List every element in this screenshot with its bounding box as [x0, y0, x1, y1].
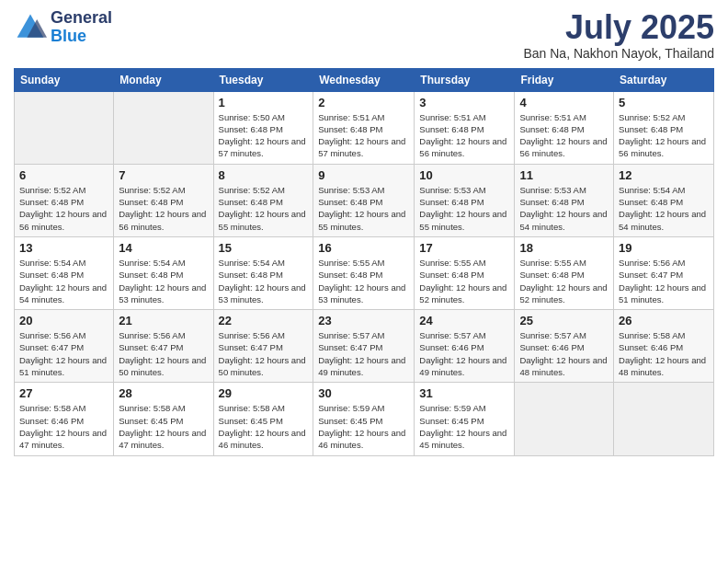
- day-number: 15: [219, 241, 309, 255]
- day-detail: Sunrise: 5:53 AM Sunset: 6:48 PM Dayligh…: [318, 184, 409, 233]
- calendar-cell: 26Sunrise: 5:58 AM Sunset: 6:46 PM Dayli…: [614, 310, 714, 383]
- day-detail: Sunrise: 5:57 AM Sunset: 6:47 PM Dayligh…: [318, 329, 409, 378]
- day-detail: Sunrise: 5:56 AM Sunset: 6:47 PM Dayligh…: [219, 329, 309, 378]
- day-number: 11: [519, 168, 609, 182]
- day-detail: Sunrise: 5:56 AM Sunset: 6:47 PM Dayligh…: [619, 257, 709, 305]
- month-title: July 2025: [523, 9, 714, 46]
- day-number: 5: [619, 96, 709, 109]
- day-number: 6: [19, 168, 108, 182]
- day-number: 27: [19, 386, 108, 400]
- logo-icon: [14, 11, 47, 44]
- day-detail: Sunrise: 5:52 AM Sunset: 6:48 PM Dayligh…: [219, 184, 309, 233]
- day-detail: Sunrise: 5:52 AM Sunset: 6:48 PM Dayligh…: [19, 184, 108, 233]
- day-number: 2: [318, 96, 409, 109]
- day-number: 28: [119, 386, 208, 400]
- day-number: 26: [619, 314, 709, 327]
- calendar-cell: 6Sunrise: 5:52 AM Sunset: 6:48 PM Daylig…: [15, 164, 114, 236]
- calendar-cell: 10Sunrise: 5:53 AM Sunset: 6:48 PM Dayli…: [415, 164, 515, 236]
- day-detail: Sunrise: 5:58 AM Sunset: 6:46 PM Dayligh…: [619, 329, 709, 378]
- calendar-cell: 9Sunrise: 5:53 AM Sunset: 6:48 PM Daylig…: [313, 164, 415, 236]
- calendar-cell: 13Sunrise: 5:54 AM Sunset: 6:48 PM Dayli…: [15, 236, 114, 309]
- calendar-cell: 22Sunrise: 5:56 AM Sunset: 6:47 PM Dayli…: [213, 310, 313, 383]
- day-number: 1: [219, 96, 309, 109]
- day-number: 22: [219, 314, 309, 327]
- calendar-cell: 23Sunrise: 5:57 AM Sunset: 6:47 PM Dayli…: [313, 310, 415, 383]
- weekday-header: Monday: [114, 68, 213, 91]
- calendar-cell: 28Sunrise: 5:58 AM Sunset: 6:45 PM Dayli…: [114, 383, 213, 455]
- calendar-week-row: 6Sunrise: 5:52 AM Sunset: 6:48 PM Daylig…: [15, 164, 714, 236]
- day-detail: Sunrise: 5:55 AM Sunset: 6:48 PM Dayligh…: [419, 257, 509, 305]
- calendar-cell: [515, 383, 614, 455]
- day-detail: Sunrise: 5:51 AM Sunset: 6:48 PM Dayligh…: [519, 111, 609, 160]
- day-number: 29: [219, 386, 309, 400]
- calendar-cell: 21Sunrise: 5:56 AM Sunset: 6:47 PM Dayli…: [114, 310, 213, 383]
- day-number: 14: [119, 241, 208, 255]
- day-number: 8: [219, 168, 309, 182]
- day-detail: Sunrise: 5:53 AM Sunset: 6:48 PM Dayligh…: [419, 184, 509, 233]
- day-detail: Sunrise: 5:58 AM Sunset: 6:45 PM Dayligh…: [119, 402, 208, 451]
- day-detail: Sunrise: 5:56 AM Sunset: 6:47 PM Dayligh…: [19, 329, 108, 378]
- day-detail: Sunrise: 5:55 AM Sunset: 6:48 PM Dayligh…: [318, 257, 409, 305]
- calendar-cell: 18Sunrise: 5:55 AM Sunset: 6:48 PM Dayli…: [515, 236, 614, 309]
- day-detail: Sunrise: 5:58 AM Sunset: 6:45 PM Dayligh…: [219, 402, 309, 451]
- day-detail: Sunrise: 5:59 AM Sunset: 6:45 PM Dayligh…: [419, 402, 509, 451]
- calendar-cell: 20Sunrise: 5:56 AM Sunset: 6:47 PM Dayli…: [15, 310, 114, 383]
- calendar-cell: 29Sunrise: 5:58 AM Sunset: 6:45 PM Dayli…: [213, 383, 313, 455]
- calendar-cell: 27Sunrise: 5:58 AM Sunset: 6:46 PM Dayli…: [15, 383, 114, 455]
- calendar-cell: 7Sunrise: 5:52 AM Sunset: 6:48 PM Daylig…: [114, 164, 213, 236]
- calendar-cell: 5Sunrise: 5:52 AM Sunset: 6:48 PM Daylig…: [614, 91, 714, 164]
- day-detail: Sunrise: 5:51 AM Sunset: 6:48 PM Dayligh…: [419, 111, 509, 160]
- day-number: 24: [419, 314, 509, 327]
- weekday-header: Thursday: [415, 68, 515, 91]
- day-number: 16: [318, 241, 409, 255]
- weekday-header: Saturday: [614, 68, 714, 91]
- day-detail: Sunrise: 5:54 AM Sunset: 6:48 PM Dayligh…: [19, 257, 108, 305]
- weekday-header: Sunday: [15, 68, 114, 91]
- calendar-cell: 12Sunrise: 5:54 AM Sunset: 6:48 PM Dayli…: [614, 164, 714, 236]
- calendar-cell: 19Sunrise: 5:56 AM Sunset: 6:47 PM Dayli…: [614, 236, 714, 309]
- calendar-cell: [614, 383, 714, 455]
- day-detail: Sunrise: 5:54 AM Sunset: 6:48 PM Dayligh…: [219, 257, 309, 305]
- day-number: 18: [519, 241, 609, 255]
- day-number: 3: [419, 96, 509, 109]
- calendar-cell: 25Sunrise: 5:57 AM Sunset: 6:46 PM Dayli…: [515, 310, 614, 383]
- day-number: 20: [19, 314, 108, 327]
- calendar-cell: 17Sunrise: 5:55 AM Sunset: 6:48 PM Dayli…: [415, 236, 515, 309]
- calendar-week-row: 20Sunrise: 5:56 AM Sunset: 6:47 PM Dayli…: [15, 310, 714, 383]
- calendar-cell: 1Sunrise: 5:50 AM Sunset: 6:48 PM Daylig…: [213, 91, 313, 164]
- calendar-cell: 30Sunrise: 5:59 AM Sunset: 6:45 PM Dayli…: [313, 383, 415, 455]
- day-number: 10: [419, 168, 509, 182]
- day-number: 7: [119, 168, 208, 182]
- day-number: 23: [318, 314, 409, 327]
- day-number: 12: [619, 168, 709, 182]
- calendar-cell: 8Sunrise: 5:52 AM Sunset: 6:48 PM Daylig…: [213, 164, 313, 236]
- weekday-header-row: SundayMondayTuesdayWednesdayThursdayFrid…: [15, 68, 714, 91]
- calendar-week-row: 27Sunrise: 5:58 AM Sunset: 6:46 PM Dayli…: [15, 383, 714, 455]
- day-detail: Sunrise: 5:51 AM Sunset: 6:48 PM Dayligh…: [318, 111, 409, 160]
- calendar-cell: 31Sunrise: 5:59 AM Sunset: 6:45 PM Dayli…: [415, 383, 515, 455]
- day-number: 25: [519, 314, 609, 327]
- calendar-cell: 2Sunrise: 5:51 AM Sunset: 6:48 PM Daylig…: [313, 91, 415, 164]
- calendar-cell: 15Sunrise: 5:54 AM Sunset: 6:48 PM Dayli…: [213, 236, 313, 309]
- calendar-week-row: 13Sunrise: 5:54 AM Sunset: 6:48 PM Dayli…: [15, 236, 714, 309]
- day-detail: Sunrise: 5:55 AM Sunset: 6:48 PM Dayligh…: [519, 257, 609, 305]
- day-number: 19: [619, 241, 709, 255]
- calendar-cell: [15, 91, 114, 164]
- day-number: 4: [519, 96, 609, 109]
- day-detail: Sunrise: 5:54 AM Sunset: 6:48 PM Dayligh…: [619, 184, 709, 233]
- calendar-week-row: 1Sunrise: 5:50 AM Sunset: 6:48 PM Daylig…: [15, 91, 714, 164]
- day-detail: Sunrise: 5:58 AM Sunset: 6:46 PM Dayligh…: [19, 402, 108, 451]
- day-number: 31: [419, 386, 509, 400]
- day-detail: Sunrise: 5:50 AM Sunset: 6:48 PM Dayligh…: [219, 111, 309, 160]
- location-title: Ban Na, Nakhon Nayok, Thailand: [523, 46, 714, 61]
- day-detail: Sunrise: 5:54 AM Sunset: 6:48 PM Dayligh…: [119, 257, 208, 305]
- day-detail: Sunrise: 5:57 AM Sunset: 6:46 PM Dayligh…: [519, 329, 609, 378]
- page-header: General Blue July 2025 Ban Na, Nakhon Na…: [14, 9, 714, 61]
- calendar-cell: 16Sunrise: 5:55 AM Sunset: 6:48 PM Dayli…: [313, 236, 415, 309]
- calendar-cell: 3Sunrise: 5:51 AM Sunset: 6:48 PM Daylig…: [415, 91, 515, 164]
- calendar-cell: 11Sunrise: 5:53 AM Sunset: 6:48 PM Dayli…: [515, 164, 614, 236]
- calendar-table: SundayMondayTuesdayWednesdayThursdayFrid…: [14, 68, 714, 456]
- day-detail: Sunrise: 5:59 AM Sunset: 6:45 PM Dayligh…: [318, 402, 409, 451]
- title-section: July 2025 Ban Na, Nakhon Nayok, Thailand: [523, 9, 714, 61]
- day-detail: Sunrise: 5:52 AM Sunset: 6:48 PM Dayligh…: [619, 111, 709, 160]
